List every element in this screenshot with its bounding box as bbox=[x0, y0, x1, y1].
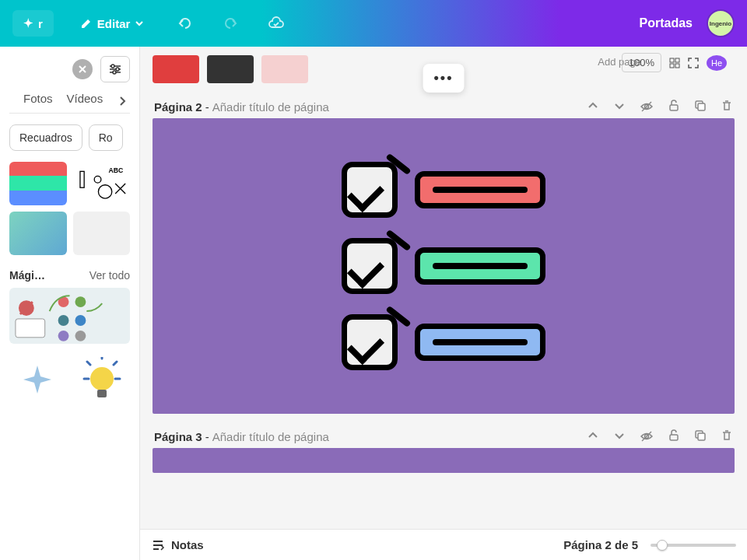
check-bar-green bbox=[415, 247, 545, 285]
tab-videos[interactable]: Vídeos bbox=[67, 92, 103, 110]
user-avatar[interactable]: Ingenio bbox=[707, 9, 735, 37]
primary-action-button[interactable]: ✦ r bbox=[12, 10, 54, 37]
zoom-controls: 100% He bbox=[622, 53, 727, 72]
document-title[interactable]: Portadas bbox=[640, 16, 693, 30]
chip-frames[interactable]: Recuadros bbox=[9, 124, 82, 151]
clear-search-button[interactable] bbox=[72, 59, 93, 79]
eye-off-icon bbox=[640, 429, 654, 443]
trash-icon bbox=[721, 429, 733, 442]
chip-ro[interactable]: Ro bbox=[89, 124, 123, 151]
magic-thumb[interactable] bbox=[9, 288, 130, 344]
page-2-canvas[interactable] bbox=[153, 118, 735, 414]
grid-view-icon[interactable] bbox=[669, 58, 680, 68]
result-thumb-4[interactable] bbox=[73, 212, 131, 255]
filter-chips: Recuadros Ro bbox=[9, 124, 130, 151]
move-down-button[interactable] bbox=[613, 429, 626, 443]
result-thumb-checklist[interactable] bbox=[9, 162, 67, 205]
previous-page-strip: ••• Add page 100% He bbox=[153, 50, 735, 89]
page1-thumb-a[interactable] bbox=[153, 55, 199, 83]
magic-label: Mági… bbox=[9, 269, 45, 282]
result-thumb-3[interactable] bbox=[9, 212, 67, 255]
page-3-title[interactable]: Página 3 - Añadir título de página bbox=[154, 430, 329, 443]
chevron-right-icon bbox=[117, 96, 128, 107]
page-2-hint: Añadir título de página bbox=[212, 100, 329, 114]
svg-point-4 bbox=[98, 185, 111, 198]
checklist-graphic[interactable] bbox=[342, 162, 545, 370]
filter-button[interactable] bbox=[100, 56, 130, 82]
magic-section-header: Mági… Ver todo bbox=[9, 269, 130, 282]
edit-button[interactable]: Editar bbox=[69, 11, 156, 37]
magic-see-all[interactable]: Ver todo bbox=[89, 269, 130, 282]
page-2-sep: - bbox=[205, 100, 209, 114]
duplicate-page-button[interactable] bbox=[694, 100, 707, 114]
delete-page-button[interactable] bbox=[721, 429, 733, 443]
app-top-bar: ✦ r Editar Portadas Ingenio bbox=[0, 0, 747, 47]
svg-rect-28 bbox=[698, 433, 705, 440]
svg-point-10 bbox=[75, 296, 86, 307]
move-up-button[interactable] bbox=[587, 429, 599, 443]
help-button[interactable]: He bbox=[707, 55, 727, 71]
move-down-button[interactable] bbox=[613, 100, 626, 114]
redo-button[interactable] bbox=[216, 9, 245, 38]
svg-rect-24 bbox=[698, 103, 705, 110]
duplicate-page-button[interactable] bbox=[694, 429, 707, 443]
page1-thumbnails bbox=[153, 55, 308, 83]
svg-rect-18 bbox=[675, 58, 679, 62]
lock-page-button[interactable] bbox=[668, 429, 680, 443]
sliders-icon bbox=[107, 61, 123, 77]
check-bar-red bbox=[415, 171, 545, 208]
tab-photos[interactable]: Fotos bbox=[23, 92, 53, 110]
editor-footer: Notas Página 2 de 5 bbox=[140, 529, 747, 560]
svg-point-12 bbox=[75, 315, 86, 326]
result-thumb-doodle[interactable]: ABC bbox=[73, 162, 131, 205]
lightbulb-icon bbox=[82, 357, 121, 402]
zoom-value[interactable]: 100% bbox=[622, 53, 661, 72]
tabs-next-button[interactable] bbox=[117, 96, 128, 107]
idea-thumb-bulb[interactable] bbox=[74, 355, 131, 404]
svg-point-15 bbox=[90, 367, 114, 390]
redo-icon bbox=[222, 15, 239, 32]
delete-page-button[interactable] bbox=[721, 100, 733, 114]
checkbox-3 bbox=[342, 314, 398, 370]
eye-off-icon bbox=[640, 100, 654, 114]
notes-button[interactable]: Notas bbox=[151, 538, 204, 552]
zoom-slider-thumb[interactable] bbox=[657, 540, 668, 551]
trash-icon bbox=[721, 100, 733, 112]
idea-thumb-star[interactable] bbox=[9, 355, 66, 404]
page-3-canvas[interactable] bbox=[153, 448, 735, 473]
svg-text:ABC: ABC bbox=[108, 166, 124, 174]
star-burst-icon bbox=[20, 362, 54, 397]
lock-page-button[interactable] bbox=[668, 100, 680, 114]
lock-open-icon bbox=[668, 429, 680, 442]
move-up-button[interactable] bbox=[587, 100, 599, 114]
svg-rect-19 bbox=[670, 64, 674, 68]
primary-action-label: r bbox=[38, 17, 43, 30]
cloud-sync-button[interactable] bbox=[261, 8, 292, 39]
check-bar-blue bbox=[415, 324, 545, 361]
page-2-label: Página 2 bbox=[154, 100, 202, 114]
elements-sidebar: Fotos Vídeos Recuadros Ro ABC Mági… Ver … bbox=[0, 47, 140, 560]
hide-page-button[interactable] bbox=[640, 100, 654, 114]
chevron-up-icon bbox=[587, 429, 599, 442]
undo-button[interactable] bbox=[170, 9, 200, 38]
zoom-slider[interactable] bbox=[651, 544, 736, 547]
page-indicator[interactable]: Página 2 de 5 bbox=[563, 538, 638, 551]
notes-icon bbox=[151, 538, 165, 552]
page-2-title[interactable]: Página 2 - Añadir título de página bbox=[154, 100, 329, 114]
checklist-row-1 bbox=[342, 162, 545, 218]
hide-page-button[interactable] bbox=[640, 429, 654, 443]
more-options-pill[interactable]: ••• bbox=[423, 64, 465, 93]
cloud-check-icon bbox=[267, 14, 286, 33]
svg-point-14 bbox=[75, 331, 86, 341]
fullscreen-icon[interactable] bbox=[688, 58, 699, 68]
results-grid: ABC bbox=[9, 162, 130, 255]
page1-thumb-b[interactable] bbox=[207, 55, 254, 83]
page-3-header: Página 3 - Añadir título de página bbox=[153, 425, 735, 448]
page-3-sep: - bbox=[205, 430, 209, 443]
svg-rect-20 bbox=[675, 64, 679, 68]
notes-label: Notas bbox=[171, 538, 204, 551]
page1-thumb-c[interactable] bbox=[261, 55, 308, 83]
checkbox-1 bbox=[342, 162, 398, 218]
svg-rect-17 bbox=[670, 58, 674, 62]
lock-open-icon bbox=[668, 100, 680, 112]
